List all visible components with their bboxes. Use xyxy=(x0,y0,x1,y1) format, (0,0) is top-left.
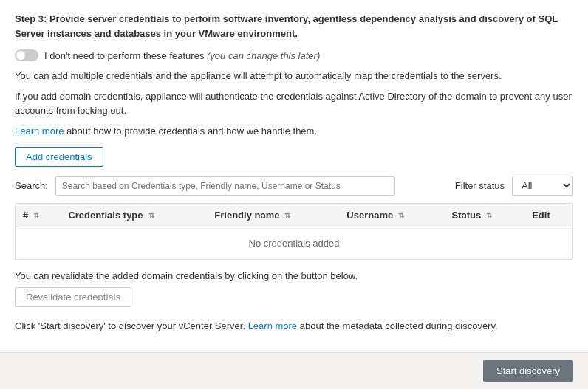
add-credentials-button[interactable]: Add credentials xyxy=(15,147,103,167)
col-username: Username ⇅ xyxy=(339,204,444,227)
col-cred-type: Credentials type ⇅ xyxy=(61,204,207,227)
toggle-row: I don't need to perform these features (… xyxy=(15,49,573,61)
col-status: Status ⇅ xyxy=(445,204,525,227)
empty-message: No credentials added xyxy=(16,227,572,260)
credentials-table: # ⇅ Credentials type ⇅ Friendly name xyxy=(16,204,572,259)
learn-more-link[interactable]: Learn more xyxy=(15,125,64,137)
search-filter-row: Search: Filter status All Active Inactiv… xyxy=(15,176,573,196)
search-input[interactable] xyxy=(55,176,395,196)
learn-more-row: Learn more about how to provide credenti… xyxy=(15,124,573,139)
sort-icon-cred-type: ⇅ xyxy=(148,211,154,219)
footer-bar: Start discovery xyxy=(0,352,588,389)
step-title: Step 3: Provide server credentials to pe… xyxy=(15,12,573,41)
col-num: # ⇅ xyxy=(16,204,61,227)
info-line2: If you add domain credentials, appliance… xyxy=(15,89,573,118)
sort-icon-num: ⇅ xyxy=(33,211,39,219)
sort-icon-status: ⇅ xyxy=(486,211,492,219)
toggle-label: I don't need to perform these features (… xyxy=(44,50,320,61)
info-line1: You can add multiple credentials and the… xyxy=(15,69,573,83)
revalidate-section: You can revalidate the added domain cred… xyxy=(15,270,573,307)
search-label: Search: xyxy=(15,180,48,191)
col-edit: Edit xyxy=(524,204,572,227)
credentials-table-wrapper: # ⇅ Credentials type ⇅ Friendly name xyxy=(15,203,573,260)
sort-icon-friendly-name: ⇅ xyxy=(284,211,290,219)
revalidate-text: You can revalidate the added domain cred… xyxy=(15,270,573,281)
filter-status-select[interactable]: All Active Inactive xyxy=(512,176,573,196)
start-discovery-button[interactable]: Start discovery xyxy=(483,360,573,382)
filter-status-label: Filter status xyxy=(455,180,505,191)
bottom-learn-more-link[interactable]: Learn more xyxy=(248,320,297,331)
empty-row: No credentials added xyxy=(16,227,572,260)
col-friendly-name: Friendly name ⇅ xyxy=(207,204,339,227)
feature-toggle[interactable] xyxy=(15,49,38,61)
revalidate-button[interactable]: Revalidate credentials xyxy=(15,287,131,307)
sort-icon-username: ⇅ xyxy=(398,211,404,219)
bottom-text: Click 'Start discovery' to discover your… xyxy=(15,319,573,334)
